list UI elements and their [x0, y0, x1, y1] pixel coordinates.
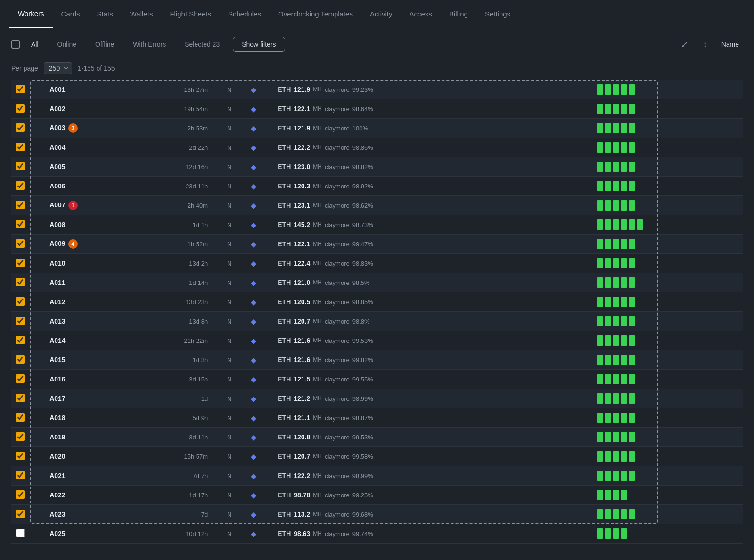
worker-name[interactable]: A006 — [49, 182, 65, 190]
gpu-bar — [621, 258, 627, 268]
nav-item-flight-sheets[interactable]: Flight Sheets — [161, 0, 220, 28]
sort-icon[interactable]: ↕ — [697, 36, 714, 53]
worker-uptime: 1d 1h — [129, 215, 213, 235]
coin-name: ETH — [278, 375, 291, 383]
row-checkbox[interactable] — [16, 201, 25, 209]
worker-net: N — [213, 350, 246, 370]
worker-name[interactable]: A013 — [49, 317, 65, 325]
worker-uptime: 13h 27m — [129, 80, 213, 99]
row-checkbox[interactable] — [16, 510, 25, 518]
worker-uptime: 15h 57m — [129, 447, 213, 466]
expand-icon[interactable]: ⤢ — [676, 36, 693, 53]
row-checkbox[interactable] — [16, 123, 25, 132]
row-checkbox[interactable] — [16, 278, 25, 286]
eth-icon: ◆ — [251, 144, 256, 152]
row-checkbox[interactable] — [16, 529, 25, 537]
worker-name[interactable]: A007 — [49, 201, 65, 209]
hashrate-value: 120.5 — [294, 298, 310, 306]
row-checkbox[interactable] — [16, 336, 25, 344]
nav-item-billing[interactable]: Billing — [441, 0, 476, 28]
worker-name[interactable]: A011 — [49, 279, 65, 286]
row-checkbox[interactable] — [16, 297, 25, 306]
nav-item-settings[interactable]: Settings — [476, 0, 519, 28]
row-checkbox[interactable] — [16, 490, 25, 499]
coin-name: ETH — [278, 433, 291, 441]
worker-name[interactable]: A014 — [49, 337, 65, 344]
gpu-bar — [613, 528, 619, 539]
row-checkbox[interactable] — [16, 374, 25, 383]
row-checkbox[interactable] — [16, 394, 25, 402]
worker-name[interactable]: A020 — [49, 453, 65, 460]
worker-uptime: 2h 40m — [129, 196, 213, 215]
worker-hashrate: ETH 122.1 MH claymore 98.64% — [273, 99, 591, 119]
worker-name[interactable]: A019 — [49, 433, 65, 441]
filter-offline-button[interactable]: Offline — [88, 38, 122, 51]
gpu-bar — [605, 432, 611, 442]
worker-name[interactable]: A023 — [49, 511, 65, 518]
worker-name[interactable]: A016 — [49, 375, 65, 383]
filter-all-button[interactable]: All — [24, 38, 46, 51]
coin-icon: ◆ — [246, 119, 273, 138]
row-checkbox[interactable] — [16, 181, 25, 190]
row-checkbox[interactable] — [16, 452, 25, 460]
row-checkbox[interactable] — [16, 85, 25, 93]
gpu-bar — [621, 528, 627, 539]
select-all-checkbox[interactable] — [11, 40, 20, 49]
worker-name[interactable]: A004 — [49, 144, 65, 151]
page-range: 1-155 of 155 — [78, 65, 115, 72]
nav-item-wallets[interactable]: Wallets — [122, 0, 162, 28]
row-checkbox[interactable] — [16, 239, 25, 248]
worker-hashrate: ETH 120.3 MH claymore 98.92% — [273, 177, 591, 196]
nav-item-access[interactable]: Access — [401, 0, 440, 28]
nav-item-stats[interactable]: Stats — [89, 0, 122, 28]
nav-item-workers[interactable]: Workers — [9, 0, 53, 28]
miner-name: claymore — [325, 472, 350, 479]
table-row: A0042d 22hN◆ ETH 122.2 MH claymore 98.86… — [11, 138, 743, 157]
worker-name[interactable]: A009 — [49, 240, 65, 247]
per-page-select[interactable]: 250 100 50 — [44, 62, 72, 74]
filter-online-button[interactable]: Online — [50, 38, 84, 51]
nav-item-activity[interactable]: Activity — [361, 0, 401, 28]
mh-label: MH — [313, 260, 322, 267]
row-checkbox[interactable] — [16, 143, 25, 151]
worker-name[interactable]: A001 — [49, 86, 65, 93]
worker-name[interactable]: A005 — [49, 163, 65, 170]
row-checkbox[interactable] — [16, 317, 25, 325]
row-checkbox[interactable] — [16, 259, 25, 267]
nav-item-overclocking[interactable]: Overclocking Templates — [270, 0, 361, 28]
worker-name[interactable]: A025 — [49, 530, 65, 537]
filter-selected-button[interactable]: Selected 23 — [177, 38, 227, 51]
worker-hashrate: ETH 123.1 MH claymore 98.62% — [273, 196, 591, 215]
worker-name[interactable]: A010 — [49, 260, 65, 267]
show-filters-button[interactable]: Show filters — [233, 37, 285, 52]
row-checkbox[interactable] — [16, 471, 25, 479]
gpu-bar — [613, 451, 619, 462]
worker-name[interactable]: A021 — [49, 472, 65, 479]
worker-name[interactable]: A022 — [49, 491, 65, 499]
worker-name[interactable]: A017 — [49, 395, 65, 402]
row-checkbox[interactable] — [16, 355, 25, 364]
row-checkbox[interactable] — [16, 104, 25, 113]
worker-name[interactable]: A002 — [49, 105, 65, 113]
gpu-bar — [597, 509, 603, 519]
worker-name[interactable]: A003 — [49, 124, 65, 131]
worker-name[interactable]: A015 — [49, 356, 65, 364]
eth-icon: ◆ — [251, 472, 256, 480]
filter-with-errors-button[interactable]: With Errors — [125, 38, 173, 51]
gpu-bar — [605, 219, 611, 230]
worker-name[interactable]: A012 — [49, 298, 65, 306]
efficiency-value: 99.25% — [352, 492, 373, 499]
worker-name[interactable]: A008 — [49, 221, 65, 228]
gpu-bar — [629, 162, 635, 172]
row-checkbox[interactable] — [16, 220, 25, 228]
row-checkbox[interactable] — [16, 162, 25, 170]
gpu-bar — [621, 104, 627, 114]
row-checkbox[interactable] — [16, 413, 25, 422]
nav-item-schedules[interactable]: Schedules — [220, 0, 270, 28]
worker-net: N — [213, 235, 246, 254]
row-checkbox[interactable] — [16, 432, 25, 441]
nav-item-cards[interactable]: Cards — [53, 0, 89, 28]
gpu-bar — [605, 335, 611, 346]
worker-name[interactable]: A018 — [49, 414, 65, 422]
mh-label: MH — [313, 279, 322, 286]
